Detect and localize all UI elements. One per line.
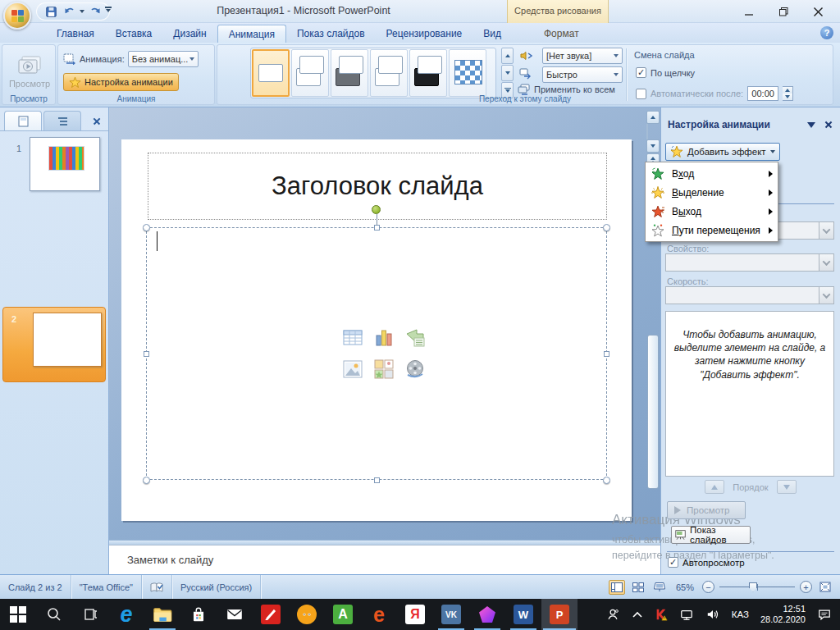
language-status[interactable]: Русский (Россия) bbox=[172, 575, 261, 599]
paint3d-icon[interactable] bbox=[469, 599, 505, 630]
slide-sorter-view-button[interactable] bbox=[630, 580, 646, 595]
powerpoint-icon[interactable]: P bbox=[541, 599, 578, 630]
preview-button[interactable]: Просмотр bbox=[7, 48, 52, 94]
order-up-button[interactable] bbox=[705, 480, 724, 494]
notes-area[interactable]: Заметки к слайду bbox=[109, 545, 660, 574]
orange-e-browser-icon[interactable]: e bbox=[361, 599, 397, 630]
slide-1-thumbnail[interactable] bbox=[30, 137, 100, 191]
word-icon[interactable]: W bbox=[505, 599, 541, 630]
menu-item-emphasis[interactable]: Выделение bbox=[646, 183, 778, 202]
action-center-icon[interactable] bbox=[812, 599, 837, 630]
save-icon[interactable] bbox=[43, 4, 58, 19]
pane-close-icon[interactable] bbox=[824, 120, 833, 130]
restore-button[interactable] bbox=[766, 0, 801, 23]
spellcheck-status[interactable] bbox=[142, 575, 172, 599]
minimize-button[interactable] bbox=[732, 0, 766, 23]
transition-fade-tile[interactable] bbox=[291, 49, 329, 97]
zoom-out-button[interactable]: − bbox=[702, 581, 714, 593]
transition-sound-icon[interactable] bbox=[518, 48, 534, 64]
speed-select-disabled[interactable] bbox=[665, 286, 834, 304]
property-select-disabled[interactable] bbox=[665, 253, 834, 272]
scrollbar-track[interactable] bbox=[646, 124, 648, 139]
rotate-handle[interactable] bbox=[372, 205, 381, 214]
resize-handle-se[interactable] bbox=[603, 477, 610, 484]
slideshow-view-button[interactable] bbox=[651, 580, 668, 595]
pane-slideshow-button[interactable]: Показ слайдов bbox=[671, 526, 751, 544]
transition-sound-select[interactable]: [Нет звука] bbox=[542, 48, 623, 64]
customize-qat-icon[interactable] bbox=[105, 7, 112, 12]
normal-view-button[interactable] bbox=[609, 580, 625, 595]
transition-speed-select[interactable]: Быстро bbox=[542, 66, 623, 83]
kaspersky-icon[interactable] bbox=[650, 599, 673, 630]
network-icon[interactable] bbox=[674, 599, 699, 630]
transition-cut-tile[interactable] bbox=[370, 49, 408, 97]
resize-handle-s[interactable] bbox=[374, 477, 380, 483]
help-icon[interactable]: ? bbox=[820, 26, 833, 39]
resize-handle-e[interactable] bbox=[604, 351, 609, 357]
scroll-up-icon[interactable] bbox=[646, 111, 660, 124]
mail-icon[interactable] bbox=[217, 599, 253, 630]
menu-item-exit[interactable]: Выход bbox=[646, 202, 778, 221]
undo-icon[interactable] bbox=[62, 4, 76, 19]
insert-chart-icon[interactable] bbox=[372, 326, 396, 350]
task-view-button[interactable] bbox=[72, 599, 108, 630]
resize-handle-n[interactable] bbox=[374, 225, 380, 231]
transition-fade-black-tile[interactable] bbox=[331, 49, 368, 97]
file-explorer-icon[interactable] bbox=[144, 599, 180, 630]
apply-to-all-button[interactable]: Применить ко всем bbox=[518, 84, 615, 95]
zoom-level[interactable]: 65% bbox=[676, 582, 694, 592]
slide-2-thumbnail[interactable] bbox=[33, 313, 102, 367]
resize-handle-ne[interactable] bbox=[603, 224, 610, 231]
scroll-down-icon[interactable] bbox=[646, 139, 660, 153]
resize-handle-sw[interactable] bbox=[143, 477, 150, 484]
insert-clipart-icon[interactable] bbox=[372, 357, 396, 381]
gallery-scroll-up-icon[interactable] bbox=[501, 48, 514, 64]
microsoft-store-icon[interactable] bbox=[180, 599, 217, 630]
zoom-slider[interactable] bbox=[719, 582, 795, 593]
tab-format[interactable]: Формат bbox=[533, 25, 590, 43]
on-click-checkbox[interactable]: ✓ bbox=[636, 67, 646, 78]
tab-outline[interactable] bbox=[43, 111, 81, 130]
tab-home[interactable]: Главная bbox=[46, 25, 105, 43]
slide-canvas[interactable]: Заголовок слайда bbox=[121, 139, 632, 521]
office-button[interactable] bbox=[3, 2, 31, 30]
zoom-slider-handle[interactable] bbox=[749, 582, 757, 592]
resize-handle-nw[interactable] bbox=[143, 224, 150, 231]
resize-handle-w[interactable] bbox=[144, 351, 149, 357]
tab-insert[interactable]: Вставка bbox=[105, 25, 163, 43]
menu-item-entrance[interactable]: Вход bbox=[646, 164, 778, 183]
autopreview-checkbox[interactable]: ✓ bbox=[668, 557, 678, 568]
animate-select[interactable]: Без анимац... bbox=[128, 51, 199, 67]
fit-to-window-button[interactable] bbox=[817, 580, 833, 595]
undo-dropdown-icon[interactable] bbox=[80, 10, 84, 13]
transition-speed-icon[interactable] bbox=[518, 65, 534, 81]
menu-item-motion-paths[interactable]: Пути перемещения bbox=[646, 221, 778, 240]
tray-expand-icon[interactable] bbox=[627, 599, 648, 630]
custom-animation-button[interactable]: Настройка анимации bbox=[63, 73, 179, 91]
pane-menu-icon[interactable] bbox=[807, 122, 815, 128]
edge-icon[interactable]: e bbox=[108, 599, 144, 630]
redo-icon[interactable] bbox=[88, 4, 103, 19]
taskbar-search-button[interactable] bbox=[36, 599, 72, 630]
order-down-button[interactable] bbox=[777, 480, 797, 494]
people-icon[interactable] bbox=[600, 599, 625, 630]
insert-picture-icon[interactable] bbox=[340, 357, 365, 381]
zoom-in-button[interactable]: + bbox=[800, 581, 812, 593]
start-button[interactable] bbox=[0, 599, 36, 630]
language-indicator[interactable]: КАЗ bbox=[727, 609, 754, 619]
clock[interactable]: 12:51 28.02.2020 bbox=[756, 604, 810, 625]
tab-slideshow[interactable]: Показ слайдов bbox=[286, 25, 376, 43]
close-button[interactable] bbox=[801, 0, 835, 23]
green-a-app-icon[interactable]: A bbox=[325, 599, 361, 630]
scratch-icon[interactable] bbox=[289, 599, 325, 630]
transition-none-tile[interactable] bbox=[252, 49, 290, 97]
tab-review[interactable]: Рецензирование bbox=[376, 25, 473, 43]
tab-slides-thumbnails[interactable] bbox=[4, 111, 42, 130]
gallery-scroll-down-icon[interactable] bbox=[501, 65, 514, 81]
yandex-icon[interactable]: Я bbox=[397, 599, 433, 630]
close-panel-icon[interactable] bbox=[92, 116, 102, 126]
insert-media-icon[interactable] bbox=[403, 357, 427, 381]
tab-view[interactable]: Вид bbox=[472, 25, 512, 43]
pane-preview-button[interactable]: Просмотр bbox=[667, 501, 746, 519]
scrollbar-thumb[interactable] bbox=[647, 335, 659, 489]
